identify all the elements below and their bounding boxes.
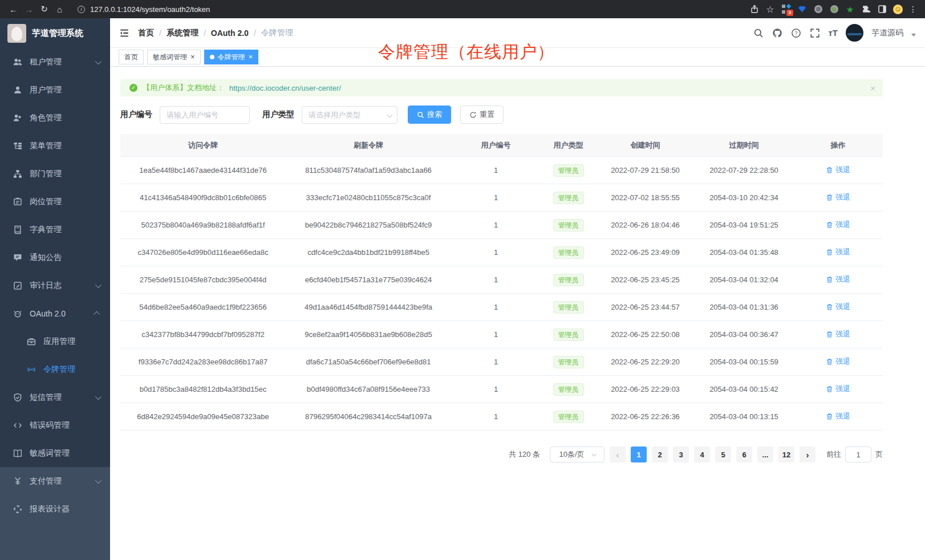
green-star-extension-icon[interactable]: ★ [845,5,855,14]
sidebar-item-sms[interactable]: 短信管理 [0,383,110,411]
sidebar-item-audit-log[interactable]: 审计日志 [0,271,110,299]
user-type-badge: 管理员 [553,411,584,423]
table-row: b0d1785bc3a8482f812db4a3f3bd15ec b0df498… [120,376,883,403]
cell-expire-time: 2054-03-10 20:42:34 [695,193,793,202]
badge-icon [13,197,22,206]
force-logout-button[interactable]: 强退 [826,247,850,257]
goto-page-input[interactable] [845,447,871,462]
gray-circle-extension-icon[interactable] [813,5,823,14]
cell-create-time: 2022-06-25 22:50:08 [596,330,695,339]
page-button-6[interactable]: 6 [736,447,752,462]
share-icon[interactable] [749,5,759,14]
browser-reload-icon[interactable]: ↻ [36,4,52,14]
url-bar[interactable]: i 127.0.0.1:1024/system/oauth2/token [67,5,749,14]
tab-active-2[interactable]: 令牌管理× [204,50,259,64]
prev-page-button[interactable]: ‹ [610,447,626,462]
fullscreen-icon[interactable] [809,27,820,38]
user-type-select[interactable] [302,106,397,124]
page-button-5[interactable]: 5 [715,447,731,462]
sidebar-item-report-designer[interactable]: 报表设计器 [0,495,110,523]
tab-close-icon[interactable]: × [249,54,253,60]
cell-expire-time: 2054-03-04 19:51:25 [695,221,793,229]
site-info-icon[interactable]: i [78,6,85,13]
user-id-input[interactable] [160,106,250,124]
doc-link[interactable]: https://doc.iocoder.cn/user-center/ [229,84,341,92]
extension-with-badge-icon[interactable]: 9 [781,5,791,14]
tab-close-icon[interactable]: × [190,54,195,60]
tab-1[interactable]: 敏感词管理× [147,50,201,64]
reset-button[interactable]: 重置 [460,105,504,124]
sidebar-item-oauth2-token[interactable]: 令牌管理 [0,355,110,383]
browser-menu-icon[interactable]: ⋮ [909,5,917,14]
browser-home-icon[interactable]: ⌂ [52,5,67,14]
cell-refresh-token: 9ce8ef2aa9f14056b831ae9b608e28d5 [286,330,451,339]
page-size-select[interactable]: 10条/页 [550,447,605,462]
breadcrumb-item[interactable]: 首页 [138,28,154,38]
cell-refresh-token: 333ecfc71e02480cb11055c875c3ca0f [286,193,451,202]
browser-toolbar-right: ☆ 9 ★ ☺ ⋮ [749,5,919,14]
breadcrumb-item[interactable]: OAuth 2.0 [211,29,249,38]
tab-group-icon[interactable] [877,5,887,14]
sidebar-item-notice[interactable]: 通知公告 [0,244,110,271]
page-button-2[interactable]: 2 [652,447,668,462]
page-button-12[interactable]: 12 [778,447,794,462]
sidebar-item-dict[interactable]: 字典管理 [0,216,110,244]
sidebar-item-role[interactable]: 角色管理 [0,104,110,132]
profile-emoji-avatar[interactable]: ☺ [893,5,903,14]
force-logout-label: 强退 [835,220,850,230]
col-access-token: 访问令牌 [120,140,286,151]
sidebar-item-dept[interactable]: 部门管理 [0,160,110,188]
username[interactable]: 芋道源码 [871,28,903,38]
sidebar-item-tenant[interactable]: 租户管理 [0,48,110,76]
cell-user-id: 1 [451,248,541,257]
search-button[interactable]: 搜索 [408,105,451,124]
search-icon[interactable] [753,27,764,38]
more-pages-button[interactable]: ... [757,447,773,462]
extensions-puzzle-icon[interactable] [861,5,871,14]
force-logout-button[interactable]: 强退 [826,165,850,175]
force-logout-button[interactable]: 强退 [826,329,850,339]
sidebar-logo-row[interactable]: 芋道管理系统 [0,18,110,48]
sidebar-fold-icon[interactable] [119,28,129,38]
force-logout-button[interactable]: 强退 [826,302,850,312]
sidebar-item-menu[interactable]: 菜单管理 [0,132,110,160]
github-icon[interactable] [772,27,782,38]
sidebar-item-user[interactable]: 用户管理 [0,76,110,104]
table-row: f9336e7c7dd242a283ee98dc86b17a87 dfa6c71… [120,348,883,376]
sidebar-item-post[interactable]: 岗位管理 [0,188,110,216]
font-size-icon[interactable]: тT [828,28,838,38]
cell-access-token: c342377bf8b344799dcbf7bf095287f2 [120,330,286,339]
browser-forward-icon[interactable]: → [21,5,36,14]
chevron-down-icon [591,452,596,456]
breadcrumb-item[interactable]: 系统管理 [167,28,198,38]
chevron-down-icon [95,281,102,287]
sidebar-item-error-code[interactable]: 错误码管理 [0,411,110,439]
browser-back-icon[interactable]: ← [6,5,21,14]
next-page-button[interactable]: › [800,447,816,462]
tab-0[interactable]: 首页 [119,50,144,64]
bookmark-star-icon[interactable]: ☆ [765,5,775,14]
page-button-4[interactable]: 4 [694,447,710,462]
force-logout-button[interactable]: 强退 [826,411,850,421]
sidebar-item-oauth2-app[interactable]: 应用管理 [0,327,110,355]
force-logout-button[interactable]: 强退 [826,274,850,285]
sidebar-item-oauth2[interactable]: OAuth 2.0 [0,299,110,327]
force-logout-button[interactable]: 强退 [826,220,850,230]
help-icon[interactable]: ? [790,27,801,38]
code-icon [13,421,22,430]
user-type-badge: 管理员 [553,383,584,396]
role-icon [13,113,22,123]
green-circle-extension-icon[interactable] [829,5,839,14]
sidebar-item-sensitive-word[interactable]: 敏感词管理 [0,439,110,467]
page-button-1[interactable]: 1 [631,447,647,462]
alert-close-icon[interactable]: × [870,83,875,93]
force-logout-label: 强退 [835,411,850,421]
force-logout-button[interactable]: 强退 [826,384,850,394]
user-avatar[interactable] [846,24,863,42]
sidebar-item-pay[interactable]: 支付管理 [0,467,110,495]
force-logout-button[interactable]: 强退 [826,356,850,367]
user-menu-caret-icon[interactable] [911,34,916,36]
gem-extension-icon[interactable] [797,5,807,14]
force-logout-button[interactable]: 强退 [826,192,850,202]
page-button-3[interactable]: 3 [673,447,689,462]
